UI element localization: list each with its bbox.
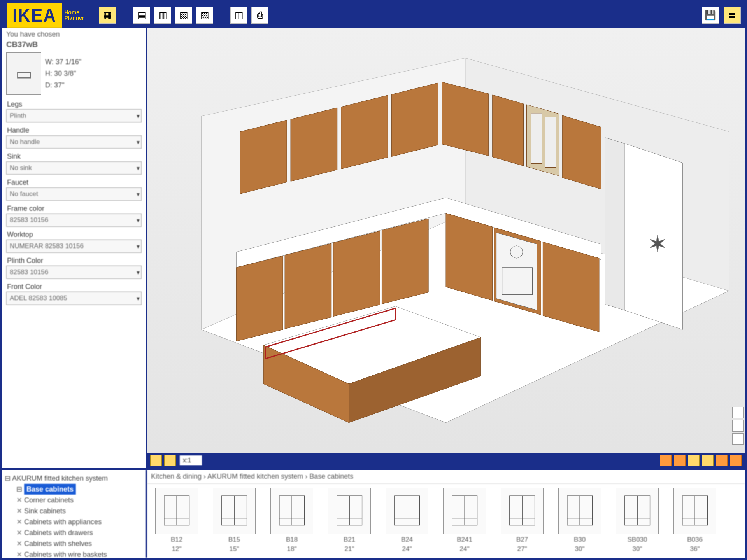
catalog-item-B12[interactable]: B1212" xyxy=(153,488,201,554)
catalog-item-code: B241 xyxy=(457,536,472,544)
prop-label-7: Front Color xyxy=(6,281,142,292)
catalog-item-B18[interactable]: B1818" xyxy=(268,488,316,554)
nav-b6[interactable] xyxy=(730,455,742,466)
catalog-thumb-icon xyxy=(501,488,544,534)
selected-item-thumb: ▭ xyxy=(6,52,41,95)
tree-item-0[interactable]: Corner cabinets xyxy=(16,495,143,506)
catalog-item-B24[interactable]: B2424" xyxy=(383,488,431,554)
prop-select-4[interactable]: 82583 10156▾ xyxy=(6,214,142,227)
catalog-item-B036[interactable]: B03636" xyxy=(671,488,719,554)
catalog-item-code: B15 xyxy=(228,536,240,544)
catalog-item-SB030[interactable]: SB03030" xyxy=(613,488,661,554)
tree-item-1[interactable]: Sink cabinets xyxy=(16,506,143,516)
catalog-item-B15[interactable]: B1515" xyxy=(210,488,258,554)
catalog-item-size: 21" xyxy=(345,545,354,553)
svg-marker-20 xyxy=(382,219,428,304)
prop-select-0[interactable]: Plinth▾ xyxy=(6,109,142,122)
catalog-item-B21[interactable]: B2121" xyxy=(325,488,374,554)
catalog-item-code: B036 xyxy=(687,536,703,544)
tree-item-3[interactable]: Cabinets with drawers xyxy=(16,527,143,538)
nav-b2[interactable] xyxy=(674,455,686,466)
main-area: You have chosen CB37wB ▭ W: 37 1/16" H: … xyxy=(2,28,745,468)
svg-rect-15 xyxy=(545,117,556,168)
catalog-item-size: 27" xyxy=(517,545,527,553)
nav-b1[interactable] xyxy=(660,455,672,466)
catalog-item-code: B21 xyxy=(344,536,355,544)
tree-item-4[interactable]: Cabinets with shelves xyxy=(16,538,143,549)
nav-b3[interactable] xyxy=(688,455,700,466)
logo-subtitle: Home Planner xyxy=(64,10,88,21)
catalog-thumb-icon xyxy=(443,488,486,534)
view-button[interactable]: ◫ xyxy=(230,7,247,24)
svg-marker-9 xyxy=(391,83,438,157)
catalog-area: AKURUM fitted kitchen system ⊟ Base cabi… xyxy=(2,468,745,558)
catalog-thumb-icon xyxy=(270,488,313,534)
nav-prev-button[interactable] xyxy=(150,455,162,466)
catalog-thumb-icon xyxy=(616,488,659,534)
catalog-item-B241[interactable]: B24124" xyxy=(440,488,489,554)
prop-select-5[interactable]: NUMERAR 82583 10156▾ xyxy=(6,240,142,253)
prop-select-1[interactable]: No handle▾ xyxy=(6,135,142,149)
catalog-item-size: 12" xyxy=(172,545,182,553)
logo-text: IKEA xyxy=(7,3,62,28)
chosen-label: You have chosen xyxy=(6,30,142,38)
print-button[interactable]: ⎙ xyxy=(251,7,268,24)
viewport-wrap: ✶ xyxy=(147,28,745,468)
nav-prev2-button[interactable] xyxy=(164,455,176,466)
chevron-down-icon: ▾ xyxy=(137,112,140,120)
tree-item-5[interactable]: Cabinets with wire baskets xyxy=(16,549,143,558)
chevron-down-icon: ▾ xyxy=(137,269,140,276)
zoom-up-button[interactable] xyxy=(732,407,744,418)
svg-marker-6 xyxy=(240,120,287,194)
catalog-item-code: B27 xyxy=(516,536,528,544)
catalog-item-B30[interactable]: B3030" xyxy=(556,488,604,554)
svg-marker-8 xyxy=(341,95,388,169)
svg-marker-19 xyxy=(333,231,380,316)
category-tree[interactable]: AKURUM fitted kitchen system ⊟ Base cabi… xyxy=(2,470,147,558)
selected-item-dimensions: W: 37 1/16" H: 30 3/8" D: 37" xyxy=(45,56,81,91)
chevron-down-icon: ▾ xyxy=(137,138,140,146)
properties-panel: You have chosen CB37wB ▭ W: 37 1/16" H: … xyxy=(2,28,147,468)
svg-marker-21 xyxy=(446,213,493,300)
svg-marker-24 xyxy=(496,233,537,310)
catalog-item-size: 36" xyxy=(690,545,700,553)
tree-root[interactable]: AKURUM fitted kitchen system xyxy=(5,473,143,484)
catalog-thumbnails: B1212"B1515"B1818"B2121"B2424"B24124"B27… xyxy=(147,484,745,558)
nav-b4[interactable] xyxy=(702,455,714,466)
chevron-down-icon: ▾ xyxy=(137,217,140,224)
catalog-item-code: SB030 xyxy=(627,536,647,544)
catalog-breadcrumb[interactable]: Kitchen & dining › AKURUM fitted kitchen… xyxy=(147,470,745,484)
prop-select-6[interactable]: 82583 10156▾ xyxy=(6,266,142,279)
top-toolbar: IKEA Home Planner ▦ ▤ ▥ ▧ ▨ ◫ ⎙ 💾 ≣ xyxy=(2,2,745,28)
tree-selected[interactable]: Base cabinets xyxy=(24,484,76,495)
catalog-item-code: B18 xyxy=(286,536,298,544)
tool-button-3[interactable]: ▧ xyxy=(175,7,192,24)
tool-button-4[interactable]: ▨ xyxy=(196,7,213,24)
catalog-item-size: 30" xyxy=(633,545,642,553)
prop-label-1: Handle xyxy=(6,125,142,135)
nav-b5[interactable] xyxy=(716,455,728,466)
prop-select-7[interactable]: ADEL 82583 10085▾ xyxy=(6,292,142,305)
prop-select-2[interactable]: No sink▾ xyxy=(6,161,142,175)
tool-button-1[interactable]: ▤ xyxy=(133,7,150,24)
chosen-id: CB37wB xyxy=(6,40,142,49)
catalog-item-B27[interactable]: B2727" xyxy=(498,488,546,554)
prop-select-3[interactable]: No faucet▾ xyxy=(6,187,142,201)
zoom-down-button[interactable] xyxy=(732,433,744,445)
catalog-thumb-icon xyxy=(328,488,371,534)
viewport-bottom-bar: x:1 xyxy=(147,453,745,468)
catalog-item-size: 24" xyxy=(460,545,470,553)
prop-label-4: Frame color xyxy=(6,203,142,214)
chevron-down-icon: ▾ xyxy=(137,191,140,198)
list-button[interactable]: ≣ xyxy=(724,7,741,24)
new-button[interactable]: ▦ xyxy=(99,7,116,24)
svg-text:✶: ✶ xyxy=(648,231,667,257)
catalog-item-size: 30" xyxy=(575,545,585,553)
viewport-3d[interactable]: ✶ xyxy=(147,28,745,453)
save-button[interactable]: 💾 xyxy=(702,7,719,24)
catalog-item-code: B24 xyxy=(401,536,413,544)
zoom-fit-button[interactable] xyxy=(732,420,744,432)
tree-item-2[interactable]: Cabinets with appliances xyxy=(16,516,143,527)
svg-rect-14 xyxy=(531,113,542,164)
tool-button-2[interactable]: ▥ xyxy=(154,7,171,24)
